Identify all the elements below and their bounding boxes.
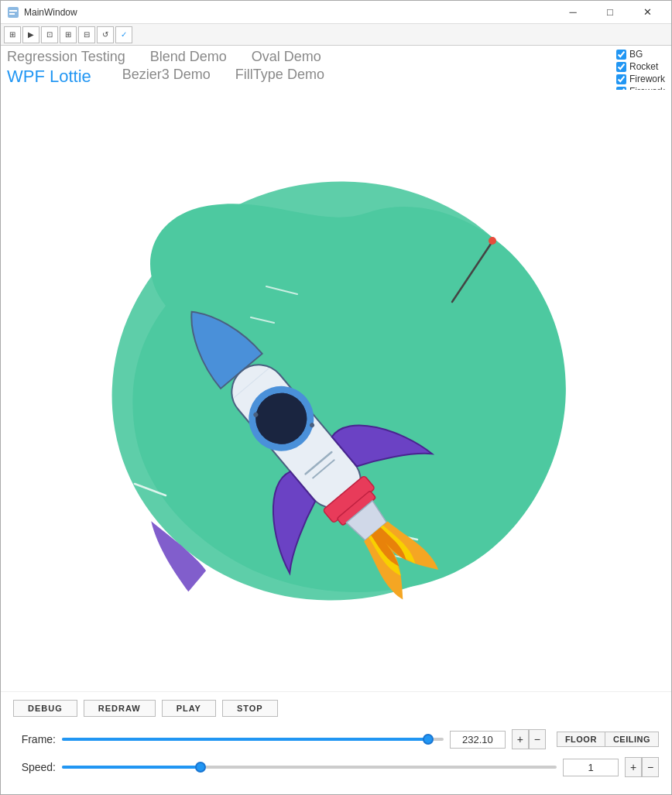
speed-label: Speed: — [13, 761, 56, 773]
checkbox-firework1: Firework — [616, 74, 665, 84]
title-bar: MainWindow ─ □ ✕ — [1, 1, 671, 24]
speed-slider-track[interactable] — [62, 766, 557, 769]
main-window: MainWindow ─ □ ✕ ⊞ ▶ ⊡ ⊞ ⊟ ↺ ✓ Regressio… — [0, 0, 672, 795]
checkbox-bg-label: BG — [629, 49, 643, 60]
toolbar-btn-6[interactable]: ✓ — [115, 26, 132, 43]
speed-minus-button[interactable]: − — [642, 757, 659, 777]
menu-bezier3-demo[interactable]: Bezier3 Demo — [122, 67, 211, 87]
floor-ceil-group: FLOOR CEILING — [557, 732, 659, 747]
speed-slider-fill — [62, 766, 201, 769]
svg-rect-0 — [8, 7, 19, 18]
floor-button[interactable]: FLOOR — [557, 732, 605, 747]
checkbox-firework1-label: Firework — [629, 74, 665, 84]
frame-value-box: 232.10 — [450, 731, 506, 749]
toolbar-btn-3[interactable]: ⊞ — [60, 26, 77, 43]
stop-button[interactable]: STOP — [222, 700, 278, 717]
animation-area — [1, 90, 671, 691]
debug-button[interactable]: DEBUG — [13, 700, 77, 717]
toolbar-btn-2[interactable]: ⊡ — [41, 26, 58, 43]
restore-button[interactable]: □ — [592, 4, 628, 21]
menu-wpf-lottie[interactable]: WPF Lottie — [7, 67, 91, 87]
toolbar-btn-4[interactable]: ⊟ — [78, 26, 95, 43]
rocket-svg — [73, 151, 599, 631]
toolbar-btn-5[interactable]: ↺ — [97, 26, 114, 43]
svg-rect-2 — [9, 13, 15, 15]
checkbox-bg: BG — [616, 49, 665, 60]
close-button[interactable]: ✕ — [629, 4, 665, 21]
svg-rect-1 — [9, 10, 17, 12]
minimize-button[interactable]: ─ — [555, 4, 591, 21]
checkbox-firework1-input[interactable] — [616, 74, 626, 84]
frame-label: Frame: — [13, 733, 56, 745]
frame-minus-button[interactable]: − — [529, 729, 546, 749]
toolbar: ⊞ ▶ ⊡ ⊞ ⊟ ↺ ✓ — [1, 24, 671, 46]
window-title: MainWindow — [24, 7, 555, 18]
frame-stepper-group: + − — [512, 729, 546, 749]
menu-filltype-demo[interactable]: FillType Demo — [235, 67, 324, 87]
speed-value-box: 1 — [563, 759, 619, 776]
menu-blend-demo[interactable]: Blend Demo — [150, 49, 227, 65]
svg-point-11 — [489, 237, 496, 245]
checkbox-rocket-input[interactable] — [616, 62, 626, 72]
speed-plus-button[interactable]: + — [625, 757, 642, 777]
speed-slider-row: Speed: 1 + − — [13, 757, 659, 777]
menu-bar: Regression Testing Blend Demo Oval Demo … — [1, 46, 671, 90]
play-button[interactable]: PLAY — [162, 700, 216, 717]
controls-area: DEBUG REDRAW PLAY STOP Frame: 232.10 + −… — [1, 691, 671, 794]
frame-value: 232.10 — [462, 734, 493, 745]
checkbox-rocket-label: Rocket — [629, 61, 658, 72]
window-icon — [7, 6, 19, 19]
checkbox-rocket: Rocket — [616, 61, 665, 72]
menu-row-2: WPF Lottie Bezier3 Demo FillType Demo — [7, 67, 665, 87]
frame-slider-thumb[interactable] — [423, 734, 434, 745]
speed-value: 1 — [588, 762, 593, 773]
frame-slider-track[interactable] — [62, 738, 444, 741]
toolbar-btn-0[interactable]: ⊞ — [4, 26, 21, 43]
frame-plus-button[interactable]: + — [512, 729, 529, 749]
redraw-button[interactable]: REDRAW — [84, 700, 156, 717]
rocket-scene — [73, 151, 599, 631]
menu-row-1: Regression Testing Blend Demo Oval Demo — [7, 49, 665, 65]
frame-slider-fill — [62, 738, 428, 741]
speed-slider-thumb[interactable] — [195, 762, 206, 773]
frame-slider-row: Frame: 232.10 + − FLOOR CEILING — [13, 729, 659, 749]
menu-regression-testing[interactable]: Regression Testing — [7, 49, 125, 65]
speed-stepper-group: + − — [625, 757, 659, 777]
toolbar-btn-1[interactable]: ▶ — [22, 26, 39, 43]
checkbox-bg-input[interactable] — [616, 50, 626, 60]
button-row: DEBUG REDRAW PLAY STOP — [13, 700, 659, 717]
menu-oval-demo[interactable]: Oval Demo — [252, 49, 321, 65]
ceiling-button[interactable]: CEILING — [605, 732, 659, 747]
window-controls: ─ □ ✕ — [555, 4, 665, 21]
